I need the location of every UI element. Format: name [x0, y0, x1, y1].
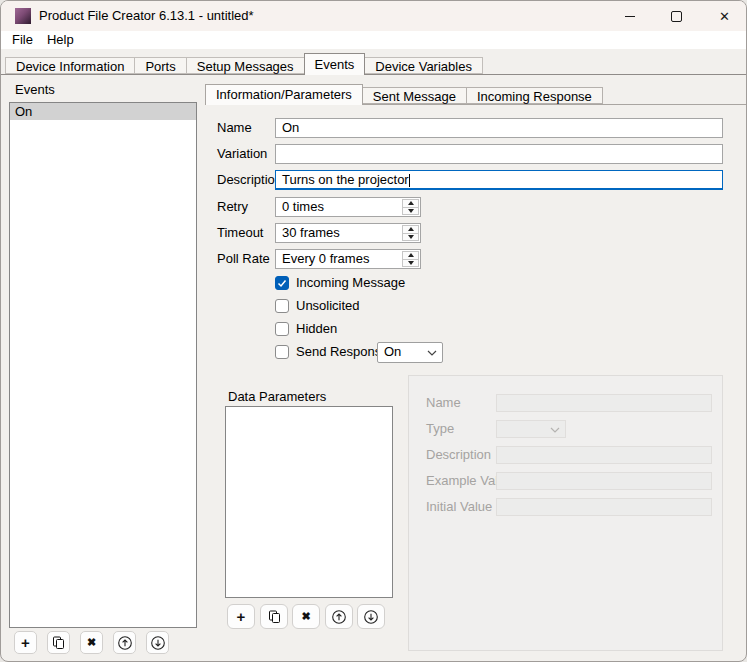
- data-parameters-title: Data Parameters: [228, 389, 326, 404]
- incoming-message-label[interactable]: Incoming Message: [296, 275, 405, 291]
- detail-type-label: Type: [426, 420, 454, 438]
- name-input[interactable]: On: [275, 118, 723, 138]
- variation-input[interactable]: [275, 144, 723, 164]
- retry-spinner: [402, 199, 419, 215]
- move-parameter-up-button[interactable]: [325, 604, 353, 629]
- events-list[interactable]: On: [9, 102, 197, 628]
- retry-label: Retry: [217, 197, 248, 217]
- detail-description-input: [496, 446, 712, 464]
- spin-up-icon: [408, 201, 414, 205]
- hidden-label[interactable]: Hidden: [296, 321, 337, 337]
- chevron-down-icon: [550, 427, 560, 433]
- window-title: Product File Creator 6.13.1 - untitled*: [39, 8, 254, 24]
- subtab-information-parameters[interactable]: Information/Parameters: [205, 84, 363, 105]
- app-window: Product File Creator 6.13.1 - untitled* …: [0, 0, 747, 662]
- unsolicited-checkbox[interactable]: [275, 299, 289, 313]
- spin-up-icon: [408, 253, 414, 257]
- checkmark-icon: [277, 278, 287, 288]
- tab-device-variables[interactable]: Device Variables: [364, 57, 483, 74]
- spin-down-button[interactable]: [402, 207, 419, 216]
- tab-events[interactable]: Events: [304, 53, 366, 75]
- poll-rate-label: Poll Rate: [217, 249, 270, 269]
- arrow-down-circle-icon: [150, 635, 166, 651]
- copy-icon: [268, 610, 281, 624]
- retry-spinbox[interactable]: 0 times: [275, 197, 421, 217]
- spin-down-button[interactable]: [402, 259, 419, 268]
- timeout-spinbox[interactable]: 30 frames: [275, 223, 421, 243]
- subtab-incoming-response[interactable]: Incoming Response: [466, 87, 603, 104]
- send-response-dropdown[interactable]: On: [377, 342, 443, 363]
- copy-parameter-button[interactable]: [260, 604, 288, 629]
- description-label: Description: [217, 170, 282, 190]
- close-button[interactable]: ✕: [701, 1, 747, 31]
- main-tab-strip: Device Information Ports Setup Messages …: [1, 49, 747, 75]
- app-icon: [15, 8, 31, 24]
- unsolicited-label[interactable]: Unsolicited: [296, 298, 360, 314]
- plus-icon: +: [21, 635, 30, 650]
- detail-name-input: [496, 394, 712, 412]
- menu-help[interactable]: Help: [40, 31, 81, 49]
- tab-device-information[interactable]: Device Information: [5, 57, 135, 74]
- text-caret: [409, 174, 410, 187]
- delete-icon: ✖: [87, 637, 96, 648]
- data-parameters-list[interactable]: [225, 406, 393, 598]
- send-response-checkbox[interactable]: [275, 345, 289, 359]
- events-panel-title: Events: [15, 82, 55, 97]
- spin-down-icon: [408, 261, 414, 265]
- spin-down-icon: [408, 235, 414, 239]
- spin-down-button[interactable]: [402, 233, 419, 242]
- close-icon: ✕: [719, 10, 730, 23]
- tab-setup-messages[interactable]: Setup Messages: [186, 57, 305, 74]
- spin-up-icon: [408, 227, 414, 231]
- add-event-button[interactable]: +: [14, 631, 37, 654]
- menu-bar: File Help: [1, 31, 747, 49]
- incoming-message-checkbox[interactable]: [275, 276, 289, 290]
- events-list-item-on[interactable]: On: [10, 103, 196, 120]
- detail-example-value-input: [496, 472, 712, 490]
- chevron-down-icon: [427, 350, 437, 356]
- description-input[interactable]: Turns on the projector: [275, 170, 723, 190]
- variation-label: Variation: [217, 144, 267, 164]
- detail-name-label: Name: [426, 394, 461, 412]
- arrow-up-circle-icon: [117, 635, 133, 651]
- arrow-down-circle-icon: [363, 609, 379, 625]
- detail-initial-value-input: [496, 498, 712, 516]
- copy-event-button[interactable]: [47, 631, 70, 654]
- delete-icon: ✖: [301, 611, 310, 622]
- minimize-button[interactable]: [607, 1, 653, 31]
- delete-event-button[interactable]: ✖: [80, 631, 103, 654]
- subtab-sent-message[interactable]: Sent Message: [362, 87, 467, 104]
- detail-description-label: Description: [426, 446, 491, 464]
- minimize-icon: [625, 16, 635, 17]
- move-parameter-down-button[interactable]: [357, 604, 385, 629]
- menu-file[interactable]: File: [5, 31, 40, 49]
- poll-rate-spinbox[interactable]: Every 0 frames: [275, 249, 421, 269]
- tab-ports[interactable]: Ports: [134, 57, 186, 74]
- title-bar: Product File Creator 6.13.1 - untitled* …: [1, 1, 747, 31]
- maximize-button[interactable]: [653, 1, 699, 31]
- add-parameter-button[interactable]: +: [227, 604, 255, 629]
- hidden-checkbox[interactable]: [275, 322, 289, 336]
- copy-icon: [52, 636, 65, 650]
- move-event-down-button[interactable]: [146, 631, 169, 654]
- plus-icon: +: [237, 609, 246, 624]
- send-response-label[interactable]: Send Response: [296, 344, 389, 360]
- name-label: Name: [217, 118, 252, 138]
- detail-initial-value-label: Initial Value: [426, 498, 492, 516]
- timeout-label: Timeout: [217, 223, 263, 243]
- spin-down-icon: [408, 209, 414, 213]
- event-tab-strip: Information/Parameters Sent Message Inco…: [205, 81, 747, 105]
- arrow-up-circle-icon: [331, 609, 347, 625]
- parameter-details-panel: Name Type Description Example Value Init…: [408, 375, 723, 651]
- timeout-spinner: [402, 225, 419, 241]
- poll-rate-spinner: [402, 251, 419, 267]
- delete-parameter-button[interactable]: ✖: [292, 604, 320, 629]
- detail-type-dropdown: [496, 420, 566, 438]
- maximize-icon: [671, 11, 682, 22]
- move-event-up-button[interactable]: [113, 631, 136, 654]
